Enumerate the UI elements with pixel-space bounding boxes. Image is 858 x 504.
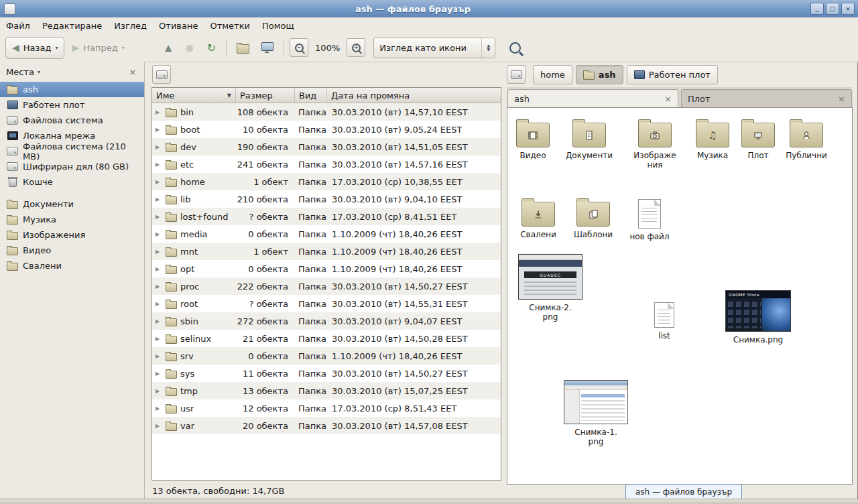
folder-documents-item[interactable]: Документи [561,117,617,160]
table-row[interactable]: ▶var20 обектаПапка30.03.2010 (вт) 14,57,… [152,417,501,434]
table-row[interactable]: ▶srv0 обектаПапка1.10.2009 (чт) 18,40,26… [152,347,501,365]
sidebar-item-downloads[interactable]: Свалени [0,258,144,273]
maximize-button[interactable]: □ [826,3,839,15]
menu-go[interactable]: Отиване [153,19,204,33]
menu-view[interactable]: Изглед [108,19,153,33]
close-button[interactable]: × [841,3,855,15]
tab-close-icon[interactable]: × [664,94,672,104]
sidebar-item-videos[interactable]: Видео [0,243,144,258]
table-row[interactable]: ▶lib210 обектаПапка30.03.2010 (вт) 9,04,… [152,190,501,208]
tab-close-icon[interactable]: × [838,94,845,104]
up-button[interactable]: ▲ [160,37,177,59]
window-icon[interactable] [4,3,15,15]
menu-edit[interactable]: Редактиране [36,19,108,33]
folder-pictures-item[interactable]: Изображения [627,117,683,170]
image-snimka1-item[interactable]: Снимка-1.png [564,380,628,446]
table-row[interactable]: ▶mnt1 обектПапка1.10.2009 (чт) 18,40,26 … [152,243,501,260]
stop-button[interactable]: ● [180,37,198,59]
view-mode-select[interactable]: Изглед като икони ▲▼ [373,38,495,58]
sidebar-item-desktop[interactable]: Работен плот [0,97,144,113]
folder-public-item[interactable]: Публични [778,117,835,160]
expander-icon[interactable]: ▶ [156,162,162,168]
file-list-item[interactable]: list [636,301,692,340]
expander-icon[interactable]: ▶ [156,214,162,220]
table-row[interactable]: ▶tmp13 обектаПапка30.03.2010 (вт) 15,07,… [152,382,501,399]
table-row[interactable]: ▶lost+found? обектаПапка17.03.2010 (ср) … [152,208,501,225]
table-row[interactable]: ▶etc241 обектаПапка30.03.2010 (вт) 14,57… [152,155,501,173]
sidebar-item-documents[interactable]: Документи [0,196,144,212]
sidebar-item-trash[interactable]: Кошче [0,174,144,190]
sidebar-item-ash[interactable]: ash [0,82,144,97]
folder-video-item[interactable]: Видео [507,117,561,160]
sidebar-close-icon[interactable]: × [127,67,138,77]
sidebar-item-encrypted[interactable]: Шифриран дял (80 GB) [0,159,144,174]
expander-icon[interactable]: ▶ [156,371,162,377]
folder-downloads-item[interactable]: Свалени [510,196,566,239]
sidebar-item-filesystem[interactable]: Файлова система [0,113,144,128]
zoom-in-button[interactable]: + [347,38,365,57]
zoom-out-button[interactable]: − [290,38,308,57]
table-row[interactable]: ▶selinux21 обектаПапка30.03.2010 (вт) 14… [152,330,501,347]
column-header-date[interactable]: Дата на промяна [327,88,501,103]
sidebar-item-music[interactable]: Музика [0,212,144,227]
sidebar-title[interactable]: Места [6,67,34,77]
table-row[interactable]: ▶opt0 обектаПапка1.10.2009 (чт) 18,40,26… [152,260,501,277]
table-row[interactable]: ▶media0 обектаПапка1.10.2009 (чт) 18,40,… [152,225,501,243]
column-header-size[interactable]: Размер [236,88,295,103]
column-header-type[interactable]: Вид [295,88,327,103]
sidebar-item-filesystem-210mb[interactable]: Файлова система (210 MB) [0,143,144,159]
reload-button[interactable]: ↻ [202,37,221,59]
search-button[interactable] [505,37,526,59]
menu-help[interactable]: Помощ [256,19,300,33]
breadcrumb-home-button[interactable]: home [533,65,572,84]
expander-icon[interactable]: ▶ [156,336,162,342]
expander-icon[interactable]: ▶ [156,318,162,324]
chevron-down-icon[interactable]: ▾ [38,69,40,75]
expander-icon[interactable]: ▶ [156,266,162,272]
minimize-button[interactable]: _ [810,3,824,15]
breadcrumb-root-button[interactable] [507,65,526,84]
sidebar-item-pictures[interactable]: Изображения [0,227,144,243]
expander-icon[interactable]: ▶ [156,388,162,394]
expander-icon[interactable]: ▶ [156,109,162,115]
table-row[interactable]: ▶boot10 обектаПапка30.03.2010 (вт) 9,05,… [152,121,501,138]
table-row[interactable]: ▶bin108 обектаПапка30.03.2010 (вт) 14,57… [152,103,501,121]
desktop-icon [7,100,18,111]
column-header-name[interactable]: Име ▼ [152,88,236,103]
table-row[interactable]: ▶root? обектаПапка30.03.2010 (вт) 14,55,… [152,295,501,312]
expander-icon[interactable]: ▶ [156,353,162,359]
image-snimka-item[interactable]: GNOME Store Снимка.png [726,290,790,344]
expander-icon[interactable]: ▶ [156,301,162,307]
folder-templates-item[interactable]: Шаблони [565,196,621,239]
back-button[interactable]: ◀ Назад ▾ [5,37,64,59]
menu-file[interactable]: Файл [0,19,36,33]
table-row[interactable]: ▶usr12 обектаПапка17.03.2010 (ср) 8,51,4… [152,399,501,417]
table-row[interactable]: ▶home1 обектПапка17.03.2010 (ср) 10,38,5… [152,173,501,190]
expander-icon[interactable]: ▶ [156,249,162,255]
menu-bookmarks[interactable]: Отметки [204,19,255,33]
expander-icon[interactable]: ▶ [156,284,162,290]
expander-icon[interactable]: ▶ [156,144,162,150]
expander-icon[interactable]: ▶ [156,196,162,202]
breadcrumb-ash-button[interactable]: ash [576,65,623,84]
table-row[interactable]: ▶sys11 обектаПапка30.03.2010 (вт) 14,50,… [152,365,501,382]
expander-icon[interactable]: ▶ [156,179,162,185]
computer-button[interactable] [257,37,278,59]
new-file-item[interactable]: нов файл [621,196,678,241]
image-snimka2-item[interactable]: GUADEC Снимка-2.png [518,254,583,322]
expander-icon[interactable]: ▶ [156,405,162,412]
expander-icon[interactable]: ▶ [156,423,162,429]
tab-ash[interactable]: ash × [507,89,678,107]
forward-button[interactable]: ▶ Напред ▾ [67,37,129,59]
table-row[interactable]: ▶proc222 обектаПапка30.03.2010 (вт) 14,5… [152,277,501,295]
icon-view[interactable]: Видео Документи Изображения ♫ Музика [507,107,853,485]
file-date: 30.03.2010 (вт) 9,04,07 EEST [327,316,501,326]
breadcrumb-desktop-button[interactable]: Работен плот [627,65,718,84]
tab-plot[interactable]: Плот × [681,89,852,107]
table-row[interactable]: ▶dev190 обектаПапка30.03.2010 (вт) 14,51… [152,138,501,155]
expander-icon[interactable]: ▶ [156,127,162,133]
root-location-button[interactable] [152,65,171,84]
home-button[interactable] [232,37,254,59]
expander-icon[interactable]: ▶ [156,231,162,237]
table-row[interactable]: ▶sbin272 обектаПапка30.03.2010 (вт) 9,04… [152,312,501,330]
